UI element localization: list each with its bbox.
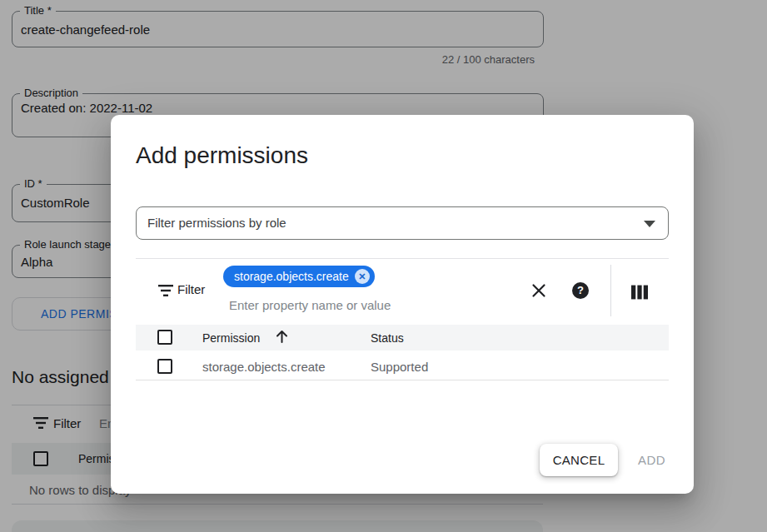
divider [136,380,669,380]
filter-permissions-by-role-dropdown[interactable]: Filter permissions by role [136,206,669,240]
chip-remove-icon[interactable]: ✕ [355,269,370,284]
create-role-screen: Title * create-changefeed-role 22 / 100 … [0,0,767,532]
row-checkbox[interactable] [157,359,172,374]
dialog-filter-input[interactable]: Enter property name or value [229,298,391,312]
status-cell: Supported [371,360,428,374]
role-dropdown-placeholder: Filter permissions by role [147,216,286,230]
add-button[interactable]: ADD [638,444,665,476]
dialog-filter-button[interactable]: Filter [177,282,205,296]
add-permissions-dialog: Add permissions Filter permissions by ro… [111,115,694,494]
cancel-button[interactable]: CANCEL [540,444,618,476]
divider [136,258,669,259]
status-column-header[interactable]: Status [371,331,404,345]
dialog-title: Add permissions [136,142,308,169]
clear-filter-icon[interactable] [530,282,547,299]
permission-cell[interactable]: storage.objects.create [202,360,326,374]
filter-chip-label: storage.objects.create [234,270,349,283]
filter-chip[interactable]: storage.objects.create ✕ [223,266,375,287]
sort-ascending-icon[interactable] [275,329,289,344]
help-icon[interactable]: ? [572,282,589,299]
permission-column-header[interactable]: Permission [202,331,260,345]
filter-icon [158,285,173,296]
column-display-icon[interactable] [631,284,648,301]
toolbar-divider [610,265,611,316]
chevron-down-icon [644,221,655,227]
select-all-checkbox[interactable] [157,330,172,345]
